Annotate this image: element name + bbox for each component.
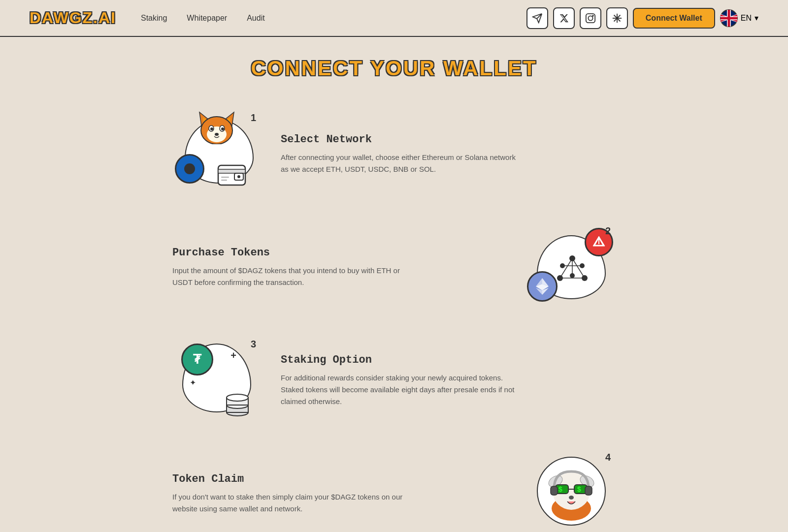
svg-point-23 [221,127,224,130]
fox-icon [197,110,236,144]
step-2-description: Input the amount of $DAGZ tokens that yo… [172,265,409,288]
step-2-content: Purchase Tokens Input the amount of $DAG… [172,247,507,288]
step-3-description: For additional rewards consider staking … [281,372,517,407]
header: DAWGZ.AI Staking Whitepaper Audit [0,0,788,37]
nav-audit[interactable]: Audit [247,14,264,23]
step-4-illustration: $ $ 4 [527,449,616,532]
step-1-title: Select Network [281,133,616,146]
steps-container: 1 Select Network After connecting your w… [172,100,616,532]
wallet-icon [216,160,248,188]
svg-rect-9 [218,169,245,173]
header-right: Connect Wallet EN ▾ [526,7,758,29]
star-button[interactable] [606,7,628,29]
logo: DAWGZ.AI [30,9,116,27]
svg-point-1 [588,16,592,20]
step-4-content: Token Claim If you don't want to stake t… [172,473,507,515]
svg-point-11 [237,175,240,178]
language-selector[interactable]: EN ▾ [720,9,758,27]
main-content: CONNECT YOUR WALLET [0,37,788,532]
navigation: Staking Whitepaper Audit [141,14,526,23]
coins-icon [222,385,254,417]
svg-point-2 [592,15,593,16]
step-3-title: Staking Option [281,354,616,366]
svg-point-24 [215,133,219,136]
dog-avatar-icon: $ $ [537,454,606,523]
plus-icon: + [230,350,236,361]
step-4-row: $ $ 4 Token Claim If you d [172,439,616,532]
step-3-content: Staking Option For additional rewards co… [281,354,616,407]
twitter-button[interactable] [553,7,575,29]
step-3-row: ₮ + ✦ [172,326,616,435]
chevron-down-icon: ▾ [755,13,758,23]
step-1-description: After connecting your wallet, choose eit… [281,152,517,175]
flag-icon [720,9,738,27]
nav-staking[interactable]: Staking [141,14,167,23]
step-4-title: Token Claim [172,473,507,485]
instagram-button[interactable] [580,7,601,29]
svg-point-58 [569,496,574,500]
svg-text:$: $ [577,485,581,493]
sparkle-icon: ✦ [190,378,196,387]
svg-point-48 [227,394,248,401]
tether-icon: ₮ [181,344,213,376]
step-3-number: 3 [251,339,256,350]
step-2-illustration: 2 [527,223,616,312]
nav-whitepaper[interactable]: Whitepaper [187,14,227,23]
svg-point-22 [210,127,213,130]
language-label: EN [741,14,752,23]
telegram-button[interactable] [526,7,548,29]
step-1-content: Select Network After connecting your wal… [281,133,616,175]
step-4-description: If you don't want to stake then simply c… [172,491,409,515]
svg-rect-60 [585,486,592,495]
step-2-row: 2 Purchase Tokens Input the amount of $D… [172,213,616,321]
ethereum-icon [527,271,558,302]
blue-circle-icon [175,154,204,184]
page-title: CONNECT YOUR WALLET [251,57,537,80]
svg-text:$: $ [558,485,562,493]
step-1-number: 1 [251,112,256,124]
step-1-row: 1 Select Network After connecting your w… [172,100,616,208]
svg-rect-0 [586,13,595,22]
step-2-title: Purchase Tokens [172,247,507,259]
step-2-number: 2 [605,225,611,237]
step-1-illustration: 1 [172,110,261,198]
step-4-number: 4 [605,452,611,463]
step-3-illustration: ₮ + ✦ [172,336,261,425]
connect-wallet-button[interactable]: Connect Wallet [633,8,715,29]
svg-rect-59 [551,486,558,495]
